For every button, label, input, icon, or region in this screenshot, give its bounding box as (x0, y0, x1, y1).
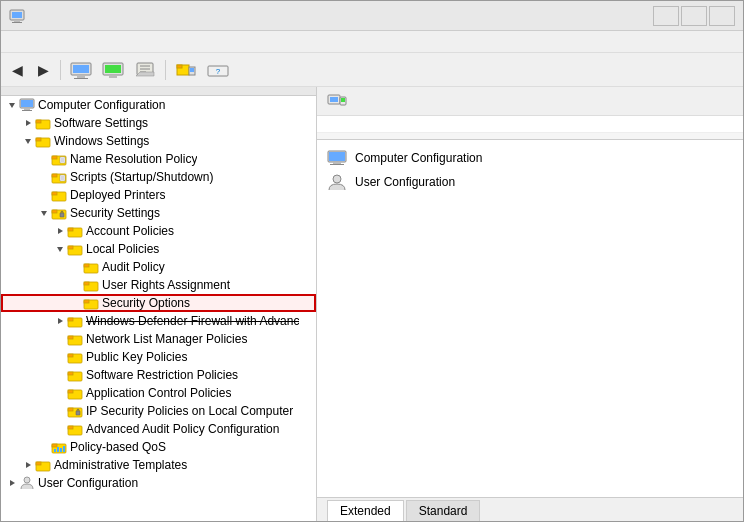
tree-item-local-policies[interactable]: Local Policies (1, 240, 316, 258)
expand-icon-ip-security[interactable] (53, 404, 67, 418)
maximize-button[interactable] (681, 6, 707, 26)
right-panel-description (317, 116, 743, 133)
tree-label-ip-security: IP Security Policies on Local Computer (86, 404, 293, 418)
svg-rect-39 (52, 174, 57, 177)
tree-item-account-policies[interactable]: Account Policies (1, 222, 316, 240)
svg-rect-3 (12, 22, 22, 23)
expand-icon-deployed-printers[interactable] (37, 188, 51, 202)
tree-item-windows-firewall[interactable]: Windows Defender Firewall with Advanc (1, 312, 316, 330)
folder-icon-account-policies (67, 224, 83, 238)
expand-icon-network-list[interactable] (53, 332, 67, 346)
svg-rect-95 (330, 164, 344, 165)
svg-point-87 (24, 477, 30, 483)
expand-icon-app-control[interactable] (53, 386, 67, 400)
tree-label-local-policies: Local Policies (86, 242, 159, 256)
toolbar-icon1[interactable] (66, 58, 96, 82)
expand-icon-computer-config[interactable] (5, 98, 19, 112)
tree-container[interactable]: Computer Configuration Software Settings… (1, 96, 316, 521)
expand-icon-policy-based-qos[interactable] (37, 440, 51, 454)
folder-icon-policy-based-qos (51, 440, 67, 454)
folder-icon-audit-policy (83, 260, 99, 274)
expand-icon-public-key[interactable] (53, 350, 67, 364)
expand-icon-admin-templates[interactable] (21, 458, 35, 472)
svg-rect-25 (24, 108, 30, 110)
svg-marker-86 (10, 480, 15, 486)
folder-icon-public-key (67, 350, 83, 364)
tree-item-scripts[interactable]: Scripts (Startup/Shutdown) (1, 168, 316, 186)
tree-item-user-rights[interactable]: User Rights Assignment (1, 276, 316, 294)
folder-icon-admin-templates (35, 458, 51, 472)
svg-marker-61 (58, 318, 63, 324)
tab-standard[interactable]: Standard (406, 500, 481, 521)
expand-icon-windows-settings[interactable] (21, 134, 35, 148)
svg-marker-30 (25, 139, 31, 144)
right-item-0[interactable]: Computer Configuration (327, 148, 733, 168)
tree-item-software-restriction[interactable]: Software Restriction Policies (1, 366, 316, 384)
folder-icon-security-options (83, 296, 99, 310)
expand-icon-windows-firewall[interactable] (53, 314, 67, 328)
tree-item-name-resolution[interactable]: Name Resolution Policy (1, 150, 316, 168)
tree-item-ip-security[interactable]: IP Security Policies on Local Computer (1, 402, 316, 420)
expand-icon-local-policies[interactable] (53, 242, 67, 256)
title-bar-left (9, 8, 31, 24)
close-button[interactable] (709, 6, 735, 26)
toolbar-icon2[interactable] (98, 58, 128, 82)
folder-icon-network-list (67, 332, 83, 346)
minimize-button[interactable] (653, 6, 679, 26)
folder-icon-deployed-printers (51, 188, 67, 202)
expand-icon-scripts[interactable] (37, 170, 51, 184)
svg-rect-60 (84, 300, 89, 303)
right-item-1[interactable]: User Configuration (327, 172, 733, 192)
tree-item-user-config[interactable]: User Configuration (1, 474, 316, 492)
svg-rect-56 (84, 264, 89, 267)
tree-item-app-control[interactable]: Application Control Policies (1, 384, 316, 402)
tree-item-admin-templates[interactable]: Administrative Templates (1, 456, 316, 474)
svg-rect-51 (68, 228, 73, 231)
tree-item-security-options[interactable]: Security Options (1, 294, 316, 312)
folder-icon-ip-security (67, 404, 83, 418)
tree-item-audit-policy[interactable]: Audit Policy (1, 258, 316, 276)
left-panel: Computer Configuration Software Settings… (1, 87, 317, 521)
toolbar-icon4[interactable] (171, 58, 201, 82)
forward-button[interactable]: ▶ (31, 58, 55, 82)
tree-item-network-list[interactable]: Network List Manager Policies (1, 330, 316, 348)
menu-bar (1, 31, 743, 53)
bottom-tabs: ExtendedStandard (317, 497, 743, 521)
expand-icon-account-policies[interactable] (53, 224, 67, 238)
toolbar-icon5[interactable]: ? (203, 58, 233, 82)
menu-help[interactable] (53, 40, 69, 44)
expand-icon-audit-policy-config[interactable] (53, 422, 67, 436)
tree-item-software-settings[interactable]: Software Settings (1, 114, 316, 132)
expand-icon-audit-policy[interactable] (69, 260, 83, 274)
tree-item-computer-config[interactable]: Computer Configuration (1, 96, 316, 114)
svg-rect-91 (341, 98, 345, 102)
expand-icon-user-config[interactable] (5, 476, 19, 490)
expand-icon-user-rights[interactable] (69, 278, 83, 292)
expand-icon-security-options[interactable] (69, 296, 83, 310)
expand-icon-name-resolution[interactable] (37, 152, 51, 166)
tree-item-deployed-printers[interactable]: Deployed Printers (1, 186, 316, 204)
menu-file[interactable] (5, 40, 21, 44)
expand-icon-software-restriction[interactable] (53, 368, 67, 382)
expand-icon-security-settings[interactable] (37, 206, 51, 220)
right-item-icon-0 (327, 150, 347, 166)
folder-icon-windows-firewall (67, 314, 83, 328)
toolbar-icon3[interactable] (130, 58, 160, 82)
expand-icon-software-settings[interactable] (21, 116, 35, 130)
svg-rect-79 (54, 449, 56, 452)
menu-view[interactable] (37, 40, 53, 44)
menu-action[interactable] (21, 40, 37, 44)
svg-rect-81 (60, 448, 62, 452)
folder-icon-app-control (67, 386, 83, 400)
tree-item-windows-settings[interactable]: Windows Settings (1, 132, 316, 150)
tree-item-security-settings[interactable]: Security Settings (1, 204, 316, 222)
tab-extended[interactable]: Extended (327, 500, 404, 521)
svg-text:?: ? (216, 67, 221, 76)
svg-rect-1 (12, 12, 22, 18)
tree-item-policy-based-qos[interactable]: Policy-based QoS (1, 438, 316, 456)
back-button[interactable]: ◀ (5, 58, 29, 82)
tree-item-public-key[interactable]: Public Key Policies (1, 348, 316, 366)
tree-item-audit-policy-config[interactable]: Advanced Audit Policy Configuration (1, 420, 316, 438)
svg-rect-9 (105, 65, 121, 73)
svg-rect-76 (68, 426, 73, 429)
